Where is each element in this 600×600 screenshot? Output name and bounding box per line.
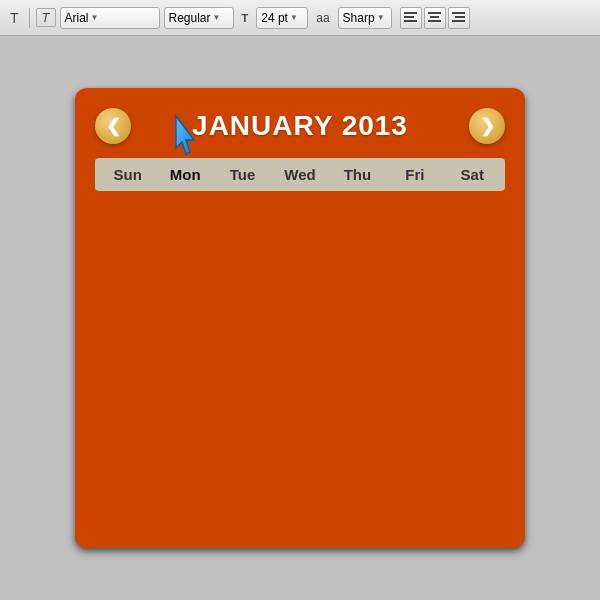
font-name-arrow: ▼ — [91, 13, 99, 22]
month-title: JANUARY 2013 — [192, 110, 408, 142]
calendar-widget: ❮ JANUARY 2013 ❯ — [75, 88, 525, 548]
prev-arrow-icon: ❮ — [106, 117, 121, 135]
day-tue: Tue — [214, 166, 271, 183]
day-sat: Sat — [444, 166, 501, 183]
prev-month-button[interactable]: ❮ — [95, 108, 131, 144]
svg-rect-6 — [452, 12, 465, 14]
day-sun: Sun — [99, 166, 156, 183]
font-style-label: Regular — [169, 11, 211, 25]
next-arrow-icon: ❯ — [480, 117, 495, 135]
align-center-button[interactable] — [424, 7, 446, 29]
svg-rect-5 — [428, 20, 441, 22]
calendar-header: ❮ JANUARY 2013 ❯ — [95, 108, 505, 144]
aa-icon: aa — [312, 9, 333, 27]
day-mon: Mon — [156, 166, 213, 183]
next-month-button[interactable]: ❯ — [469, 108, 505, 144]
font-render-label: Sharp — [343, 11, 375, 25]
svg-rect-1 — [404, 16, 414, 18]
cursor-indicator — [168, 114, 200, 166]
days-header: Sun Mon Tue Wed Thu Fri Sat — [95, 158, 505, 191]
font-name-label: Arial — [65, 11, 89, 25]
font-style-arrow: ▼ — [213, 13, 221, 22]
font-render-select[interactable]: Sharp ▼ — [338, 7, 392, 29]
svg-rect-7 — [455, 16, 465, 18]
cursor-arrow-icon — [168, 114, 200, 162]
align-left-button[interactable] — [400, 7, 422, 29]
font-style-select[interactable]: Regular ▼ — [164, 7, 234, 29]
text-tool-icon[interactable]: T — [6, 8, 23, 28]
align-left-icon — [404, 12, 417, 23]
font-size-select[interactable]: 24 pt ▼ — [256, 7, 308, 29]
day-wed: Wed — [271, 166, 328, 183]
main-canvas-area: ❮ JANUARY 2013 ❯ — [0, 36, 600, 600]
day-thu: Thu — [329, 166, 386, 183]
toolbar: T T Arial ▼ Regular ▼ T 24 pt ▼ aa Sharp… — [0, 0, 600, 36]
toolbar-divider-1 — [29, 8, 30, 28]
text-tool-alt-icon[interactable]: T — [36, 8, 56, 27]
svg-rect-3 — [428, 12, 441, 14]
align-center-icon — [428, 12, 441, 23]
align-right-button[interactable] — [448, 7, 470, 29]
font-size-arrow: ▼ — [290, 13, 298, 22]
day-fri: Fri — [386, 166, 443, 183]
font-size-icon: T — [238, 10, 253, 26]
svg-rect-4 — [430, 16, 439, 18]
font-size-label: 24 pt — [261, 11, 288, 25]
align-buttons — [400, 7, 470, 29]
svg-rect-0 — [404, 12, 417, 14]
font-render-arrow: ▼ — [377, 13, 385, 22]
font-name-select[interactable]: Arial ▼ — [60, 7, 160, 29]
svg-rect-2 — [404, 20, 417, 22]
align-right-icon — [452, 12, 465, 23]
svg-rect-8 — [452, 20, 465, 22]
